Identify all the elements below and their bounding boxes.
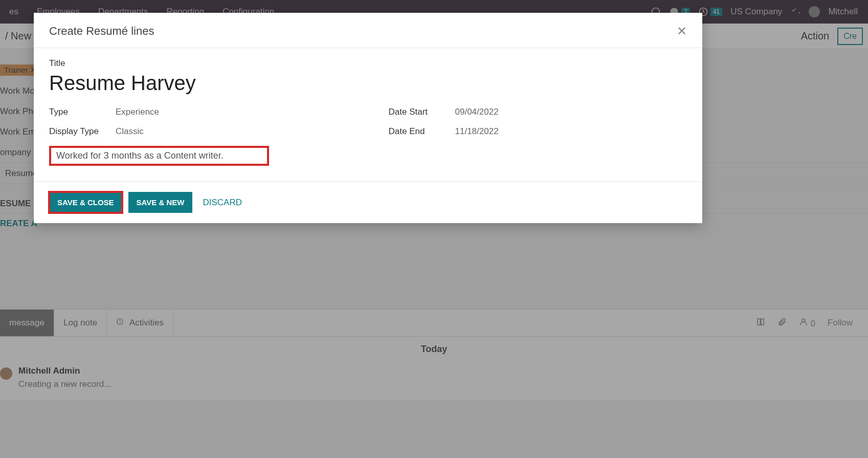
date-start-value[interactable]: 09/04/2022: [455, 107, 499, 117]
modal-title: Create Resumé lines: [49, 25, 154, 38]
close-icon[interactable]: ✕: [677, 24, 687, 38]
date-end-label: Date End: [389, 126, 455, 137]
modal-body: Title Resume Harvey Type Experience Disp…: [34, 48, 702, 181]
modal-header: Create Resumé lines ✕: [34, 13, 702, 48]
date-start-label: Date Start: [389, 107, 455, 117]
description-field[interactable]: Worked for 3 months as a Content writer.: [49, 146, 269, 166]
save-new-button[interactable]: SAVE & NEW: [128, 192, 193, 213]
title-label: Title: [49, 58, 687, 69]
date-end-value[interactable]: 11/18/2022: [455, 126, 499, 137]
modal-footer: SAVE & CLOSE SAVE & NEW DISCARD: [34, 181, 702, 223]
type-label: Type: [49, 107, 116, 117]
discard-button[interactable]: DISCARD: [198, 192, 246, 213]
display-type-label: Display Type: [49, 126, 116, 137]
type-value[interactable]: Experience: [116, 107, 159, 117]
display-type-value[interactable]: Classic: [116, 126, 144, 137]
modal-create-resume-line: Create Resumé lines ✕ Title Resume Harve…: [34, 13, 702, 223]
title-value[interactable]: Resume Harvey: [49, 72, 687, 95]
save-close-button[interactable]: SAVE & CLOSE: [49, 192, 122, 213]
